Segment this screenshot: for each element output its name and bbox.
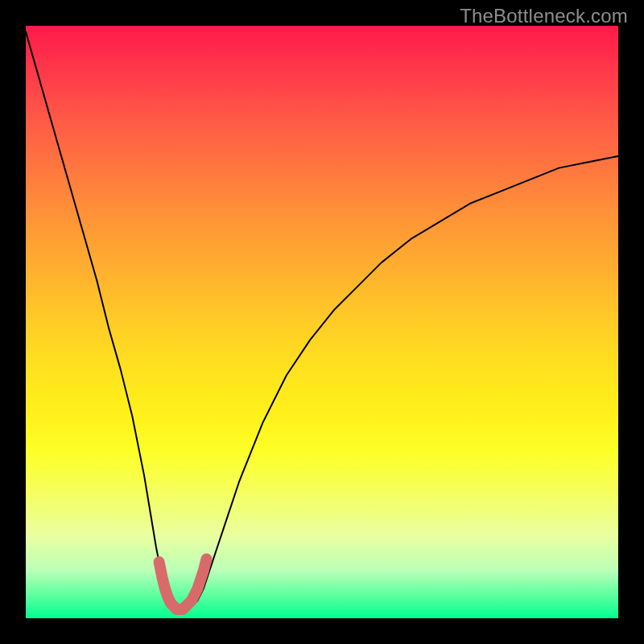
chart-frame: TheBottleneck.com bbox=[0, 0, 644, 644]
optimal-zone-outline bbox=[159, 559, 207, 609]
watermark-text: TheBottleneck.com bbox=[460, 5, 628, 27]
bottleneck-curve bbox=[26, 31, 618, 612]
chart-svg bbox=[0, 0, 644, 644]
